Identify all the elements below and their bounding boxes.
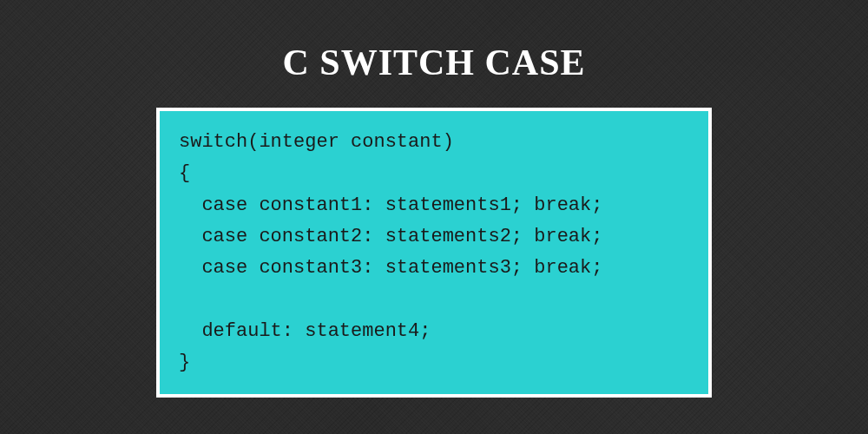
code-content: switch(integer constant) { case constant… bbox=[179, 127, 689, 378]
slide-title: C SWITCH CASE bbox=[0, 0, 868, 83]
code-example-box: switch(integer constant) { case constant… bbox=[156, 108, 712, 398]
